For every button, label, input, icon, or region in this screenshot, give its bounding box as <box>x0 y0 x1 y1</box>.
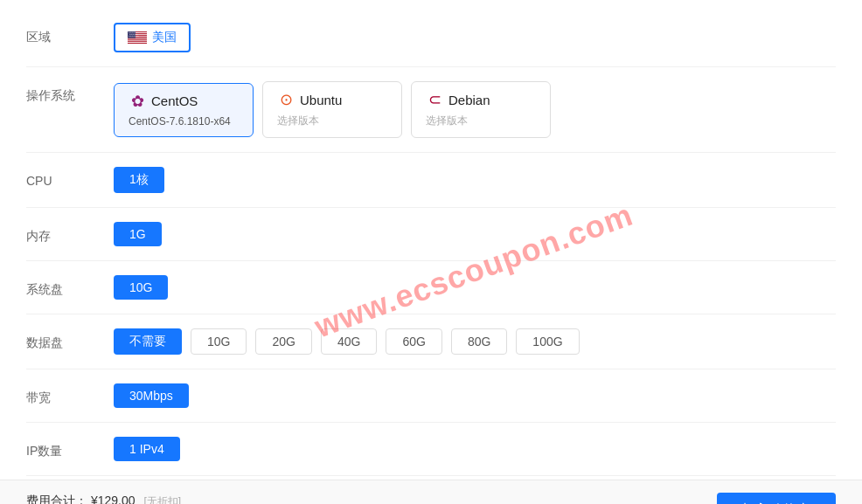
memory-content: 1G <box>114 222 836 246</box>
ip-count-1ipv4-button[interactable]: 1 IPv4 <box>114 437 180 461</box>
memory-row: 内存 1G <box>26 208 836 261</box>
system-disk-content: 10G <box>114 275 836 300</box>
system-disk-label: 系统盘 <box>26 275 114 298</box>
svg-rect-7 <box>128 38 147 39</box>
svg-rect-11 <box>128 42 147 43</box>
svg-rect-10 <box>128 41 147 42</box>
bandwidth-content: 30Mbps <box>114 383 836 408</box>
os-option-ubuntu[interactable]: ⊙ Ubuntu 选择版本 <box>262 81 402 138</box>
region-content: ★★★★★★ ★★★★★ ★★★★★★ 美国 <box>114 23 836 52</box>
cpu-row: CPU 1核 <box>26 153 836 208</box>
svg-rect-12 <box>128 43 147 44</box>
region-us-button[interactable]: ★★★★★★ ★★★★★ ★★★★★★ 美国 <box>114 23 191 52</box>
memory-label: 内存 <box>26 222 114 245</box>
debian-icon: ⊂ <box>426 91 443 108</box>
data-disk-100g-button[interactable]: 100G <box>516 328 579 355</box>
footer-right: 费用明细 ∨ 加入购物车 <box>644 493 836 504</box>
memory-1g-button[interactable]: 1G <box>114 222 162 246</box>
data-disk-40g-button[interactable]: 40G <box>321 328 377 355</box>
data-disk-label: 数据盘 <box>26 328 114 351</box>
total-label: 费用合计： <box>26 494 87 504</box>
centos-name: ✿ CentOS <box>129 93 239 110</box>
footer: 费用合计： ¥129.00 [无折扣] 注：以上是参考价格，具体扣费请以实际下单… <box>0 480 862 504</box>
os-row: 操作系统 ✿ CentOS CentOS-7.6.1810-x64 ⊙ Ubun… <box>26 67 836 153</box>
svg-rect-9 <box>128 40 147 41</box>
os-option-debian[interactable]: ⊂ Debian 选择版本 <box>411 81 551 138</box>
ip-count-label: IP数量 <box>26 437 114 459</box>
ubuntu-version-placeholder: 选择版本 <box>277 114 387 128</box>
footer-left: 费用合计： ¥129.00 [无折扣] 注：以上是参考价格，具体扣费请以实际下单… <box>26 494 498 504</box>
debian-version-placeholder: 选择版本 <box>426 114 536 128</box>
os-label: 操作系统 <box>26 81 114 104</box>
cpu-content: 1核 <box>114 167 836 193</box>
system-disk-row: 系统盘 10G <box>26 261 836 314</box>
ip-count-content: 1 IPv4 <box>114 437 836 461</box>
total-price-line: 费用合计： ¥129.00 [无折扣] <box>26 494 498 504</box>
data-disk-row: 数据盘 不需要 10G 20G 40G 60G 80G 100G <box>26 314 836 369</box>
os-content: ✿ CentOS CentOS-7.6.1810-x64 ⊙ Ubuntu 选择… <box>114 81 836 138</box>
ubuntu-name: ⊙ Ubuntu <box>277 91 387 108</box>
data-disk-60g-button[interactable]: 60G <box>386 328 441 355</box>
price-value: ¥129.00 <box>91 494 136 504</box>
bandwidth-row: 带宽 30Mbps <box>26 369 836 423</box>
region-row: 区域 <box>26 9 836 67</box>
cpu-1core-button[interactable]: 1核 <box>114 167 164 193</box>
centos-version: CentOS-7.6.1810-x64 <box>129 115 239 128</box>
bandwidth-label: 带宽 <box>26 383 114 406</box>
data-disk-20g-button[interactable]: 20G <box>255 328 311 355</box>
centos-icon: ✿ <box>129 93 146 110</box>
debian-name: ⊂ Debian <box>426 91 536 108</box>
ubuntu-icon: ⊙ <box>277 91 295 108</box>
system-disk-10g-button[interactable]: 10G <box>114 275 168 300</box>
data-disk-content: 不需要 10G 20G 40G 60G 80G 100G <box>114 328 836 355</box>
data-disk-10g-button[interactable]: 10G <box>191 328 247 355</box>
discount-badge: [无折扣] <box>143 495 181 504</box>
add-to-cart-button[interactable]: 加入购物车 <box>717 493 836 504</box>
cpu-label: CPU <box>26 167 114 188</box>
os-option-centos[interactable]: ✿ CentOS CentOS-7.6.1810-x64 <box>114 83 254 137</box>
region-label: 区域 <box>26 23 114 45</box>
bandwidth-30mbps-button[interactable]: 30Mbps <box>114 383 189 408</box>
ip-count-row: IP数量 1 IPv4 <box>26 423 836 476</box>
data-disk-none-button[interactable]: 不需要 <box>114 328 182 355</box>
data-disk-80g-button[interactable]: 80G <box>451 328 507 355</box>
svg-rect-8 <box>128 39 147 40</box>
region-name: 美国 <box>152 30 177 45</box>
us-flag-icon: ★★★★★★ ★★★★★ ★★★★★★ <box>128 31 147 44</box>
